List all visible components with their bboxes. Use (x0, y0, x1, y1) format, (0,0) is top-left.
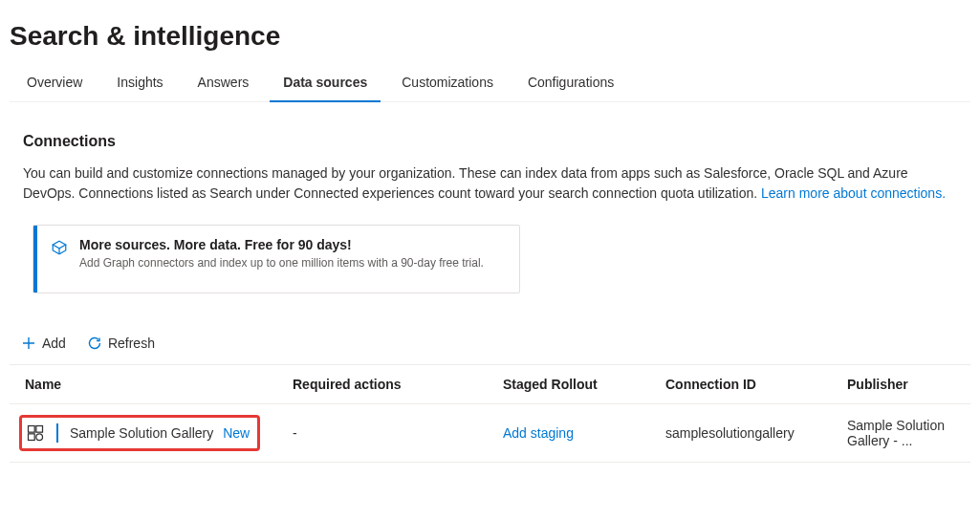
col-connid: Connection ID (665, 377, 847, 392)
col-staged: Staged Rollout (503, 377, 665, 392)
box-icon (33, 226, 79, 292)
cell-name: Sample Solution Gallery New (25, 424, 293, 442)
table-row[interactable]: Sample Solution Gallery New - Add stagin… (10, 403, 970, 463)
svg-rect-0 (29, 426, 35, 433)
table-header: Name Required actions Staged Rollout Con… (10, 364, 970, 403)
svg-rect-1 (36, 426, 43, 433)
section-description: You can build and customize connections … (23, 163, 957, 204)
tab-overview[interactable]: Overview (10, 67, 99, 101)
connector-icon (26, 423, 45, 443)
new-badge: New (223, 425, 250, 441)
col-required: Required actions (293, 377, 503, 392)
tab-answers[interactable]: Answers (181, 67, 267, 101)
info-card: More sources. More data. Free for 90 day… (33, 225, 520, 293)
tab-data-sources[interactable]: Data sources (266, 67, 384, 101)
section-title: Connections (23, 133, 970, 150)
refresh-label: Refresh (108, 336, 155, 351)
info-card-subtitle: Add Graph connectors and index up to one… (79, 256, 484, 270)
cell-connid: samplesolutiongallery (665, 425, 847, 441)
tab-insights[interactable]: Insights (99, 67, 180, 101)
add-label: Add (42, 336, 66, 351)
page-title: Search & intelligence (10, 0, 970, 67)
connections-table: Name Required actions Staged Rollout Con… (10, 364, 970, 463)
col-publisher: Publisher (847, 377, 970, 392)
add-button[interactable]: Add (21, 336, 66, 351)
refresh-icon (87, 336, 102, 351)
toolbar: Add Refresh (21, 336, 970, 351)
tab-customizations[interactable]: Customizations (384, 67, 511, 101)
vertical-separator (56, 423, 58, 443)
cell-publisher: Sample Solution Gallery - ... (847, 418, 970, 448)
refresh-button[interactable]: Refresh (87, 336, 155, 351)
plus-icon (21, 336, 36, 351)
cell-required: - (293, 425, 503, 441)
info-card-title: More sources. More data. Free for 90 day… (79, 237, 484, 252)
tab-bar: Overview Insights Answers Data sources C… (10, 67, 970, 102)
row-name: Sample Solution Gallery (70, 425, 213, 441)
svg-point-3 (36, 434, 43, 441)
col-name: Name (25, 377, 293, 392)
add-staging-link[interactable]: Add staging (503, 425, 665, 441)
highlight-box: Sample Solution Gallery New (19, 415, 260, 451)
svg-rect-2 (29, 434, 35, 441)
learn-more-link[interactable]: Learn more about connections. (761, 185, 946, 201)
tab-configurations[interactable]: Configurations (511, 67, 631, 101)
